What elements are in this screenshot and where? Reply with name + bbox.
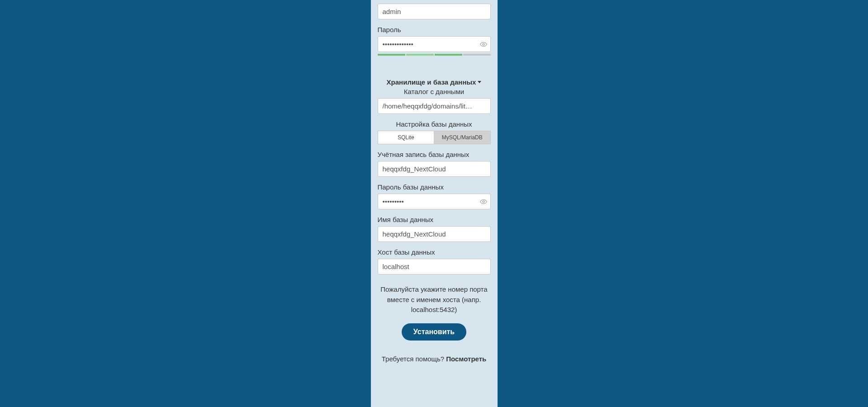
db-password-label: Пароль базы данных [378, 183, 491, 191]
db-user-group: Учётная запись базы данных [378, 151, 491, 177]
svg-point-1 [483, 201, 484, 203]
db-host-group: Хост базы данных [378, 248, 491, 274]
db-name-input[interactable] [378, 226, 491, 242]
db-host-label: Хост базы данных [378, 248, 491, 256]
db-user-input[interactable] [378, 161, 491, 177]
db-type-tabs: SQLite MySQL/MariaDB [378, 131, 491, 144]
db-name-label: Имя базы данных [378, 216, 491, 223]
help-prefix: Требуется помощь? [382, 355, 446, 363]
db-user-label: Учётная запись базы данных [378, 151, 491, 158]
caret-down-icon [478, 81, 481, 83]
db-config-label: Настройка базы данных [378, 120, 491, 128]
db-tab-mysql[interactable]: MySQL/MariaDB [434, 131, 491, 144]
storage-section-title: Хранилище и база данных [387, 78, 476, 86]
storage-section-toggle[interactable]: Хранилище и база данных [378, 78, 491, 86]
help-link[interactable]: Посмотреть [446, 355, 486, 363]
svg-point-0 [483, 43, 484, 45]
admin-password-input[interactable] [378, 36, 491, 52]
data-dir-label: Каталог с данными [378, 88, 491, 95]
admin-username-group [378, 4, 491, 19]
toggle-password-icon[interactable] [480, 41, 487, 48]
data-dir-input[interactable] [378, 98, 491, 114]
toggle-db-password-icon[interactable] [480, 198, 487, 205]
db-host-input[interactable] [378, 259, 491, 274]
admin-username-input[interactable] [378, 4, 491, 19]
db-password-input[interactable] [378, 194, 491, 209]
install-panel: Пароль Хранилище и база данных Каталог с… [371, 0, 498, 407]
host-port-hint: Пожалуйста укажите номер порта вместе с … [378, 284, 491, 315]
db-password-group: Пароль базы данных [378, 183, 491, 209]
install-button[interactable]: Установить [402, 323, 466, 341]
db-tab-sqlite[interactable]: SQLite [378, 131, 434, 144]
admin-password-group: Пароль [378, 26, 491, 56]
db-name-group: Имя базы данных [378, 216, 491, 242]
password-label: Пароль [378, 26, 491, 33]
help-text: Требуется помощь? Посмотреть [378, 355, 491, 363]
